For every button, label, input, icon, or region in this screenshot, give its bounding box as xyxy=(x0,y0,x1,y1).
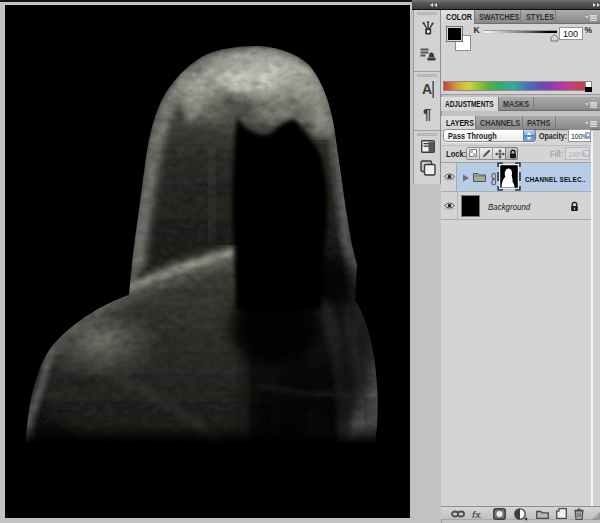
svg-text:A: A xyxy=(422,81,432,97)
svg-text:¶: ¶ xyxy=(423,106,431,122)
